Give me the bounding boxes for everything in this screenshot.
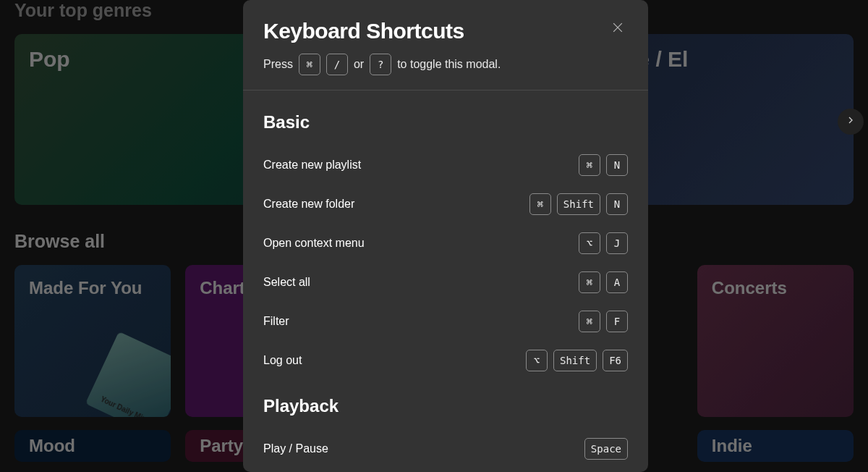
shortcut-label: Filter	[263, 315, 289, 328]
key: ⌥	[526, 350, 548, 371]
close-icon	[610, 25, 625, 37]
shortcut-label: Log out	[263, 354, 302, 367]
group-title-playback: Playback	[263, 396, 628, 416]
subtitle-text: to toggle this modal.	[397, 58, 501, 71]
key: Shift	[553, 350, 597, 371]
key: ⌘	[579, 271, 600, 293]
subtitle-text: Press	[263, 58, 293, 71]
shortcut-keys: ⌥ Shift F6	[526, 350, 628, 371]
keyboard-shortcuts-modal: Keyboard Shortcuts Press ⌘ / or ? to tog…	[243, 0, 648, 472]
shortcut-row: Filter ⌘ F	[263, 302, 628, 341]
key-slash: /	[326, 54, 348, 75]
shortcut-keys: ⌘ A	[579, 271, 628, 293]
key: ⌘	[529, 193, 551, 215]
key: F6	[603, 350, 628, 371]
key: J	[606, 232, 628, 254]
shortcut-row: Open context menu ⌥ J	[263, 224, 628, 263]
modal-subtitle: Press ⌘ / or ? to toggle this modal.	[263, 54, 628, 75]
shortcut-row: Create new playlist ⌘ N	[263, 146, 628, 185]
shortcut-keys: ⌘ F	[579, 311, 628, 332]
modal-header: Keyboard Shortcuts Press ⌘ / or ? to tog…	[243, 0, 648, 90]
shortcut-label: Create new playlist	[263, 159, 361, 172]
group-title-basic: Basic	[263, 112, 628, 132]
key: A	[606, 271, 628, 293]
shortcut-label: Select all	[263, 276, 310, 289]
key: Shift	[557, 193, 600, 215]
shortcut-row: Like ⌥ Shift B	[263, 468, 628, 472]
shortcut-label: Open context menu	[263, 237, 365, 250]
key-question: ?	[370, 54, 391, 75]
shortcut-row: Log out ⌥ Shift F6	[263, 341, 628, 380]
close-button[interactable]	[610, 20, 631, 41]
key: Space	[584, 438, 628, 460]
modal-title: Keyboard Shortcuts	[263, 19, 628, 43]
key-cmd: ⌘	[299, 54, 320, 75]
key: ⌥	[579, 232, 600, 254]
shortcut-keys: ⌥ J	[579, 232, 628, 254]
modal-body[interactable]: Basic Create new playlist ⌘ N Create new…	[243, 90, 648, 472]
key: N	[606, 193, 628, 215]
shortcut-keys: Space	[584, 438, 628, 460]
shortcut-row: Select all ⌘ A	[263, 263, 628, 302]
shortcut-label: Play / Pause	[263, 442, 328, 455]
shortcut-row: Create new folder ⌘ Shift N	[263, 185, 628, 224]
subtitle-text: or	[354, 58, 364, 71]
shortcut-keys: ⌘ N	[579, 154, 628, 176]
key: ⌘	[579, 311, 600, 332]
shortcut-keys: ⌘ Shift N	[529, 193, 628, 215]
key: F	[606, 311, 628, 332]
key: N	[606, 154, 628, 176]
shortcut-row: Play / Pause Space	[263, 429, 628, 468]
key: ⌘	[579, 154, 600, 176]
shortcut-label: Create new folder	[263, 198, 354, 211]
